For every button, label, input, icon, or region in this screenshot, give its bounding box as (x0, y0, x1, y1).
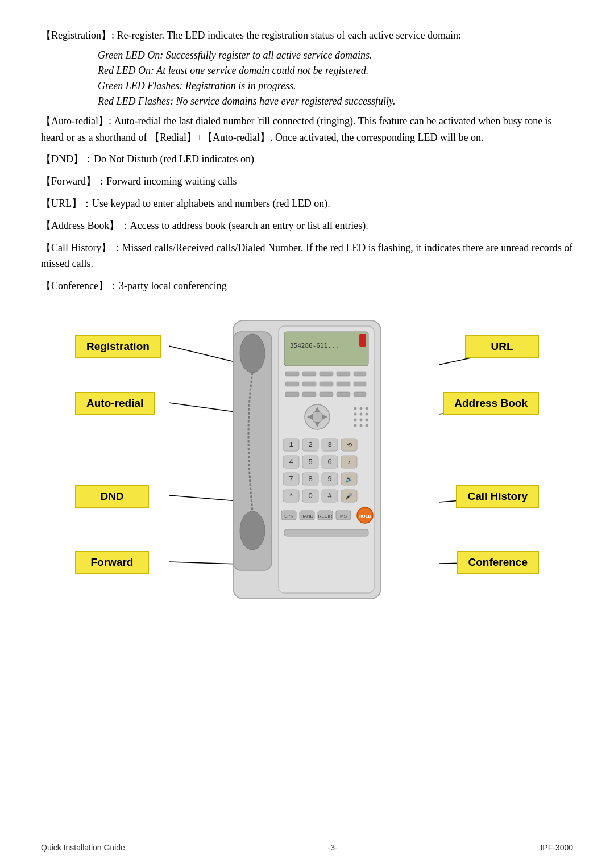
svg-rect-22 (302, 382, 316, 386)
svg-text:REDIR: REDIR (318, 514, 333, 519)
conference-block: 【Conference】：3-party local conferencing (41, 278, 573, 294)
svg-text:8: 8 (308, 474, 312, 483)
svg-text:🎤: 🎤 (345, 492, 353, 500)
red-led-flashes: Red LED Flashes: No service domains have… (98, 95, 573, 107)
registration-block: 【Registration】: Re-register. The LED ind… (41, 27, 573, 44)
svg-point-40 (354, 412, 357, 415)
svg-point-44 (360, 418, 363, 421)
label-autoredial: Auto-redial (75, 392, 155, 415)
page-number: -3- (125, 843, 541, 852)
green-led-on: Green LED On: Successfully register to a… (98, 49, 573, 61)
addressbook-bracket: 【Address Book】 (41, 220, 120, 231)
svg-text:HAND: HAND (301, 514, 314, 519)
svg-text:1: 1 (289, 440, 293, 449)
autoredial-desc: : Auto-redial the last dialed number 'ti… (41, 115, 552, 143)
green-led-flashes: Green LED Flashes: Registration is in pr… (98, 80, 573, 92)
forward-desc: ：Forward incoming waiting calls (96, 176, 237, 187)
url-desc: ：Use keypad to enter alphabets and numbe… (82, 198, 330, 209)
svg-text:0: 0 (308, 491, 312, 500)
forward-bracket: 【Forward】 (41, 176, 96, 187)
footer-right: IPF-3000 (540, 843, 573, 852)
svg-point-46 (354, 424, 357, 427)
svg-point-11 (240, 511, 265, 550)
svg-rect-24 (337, 382, 350, 386)
svg-point-42 (366, 412, 368, 415)
svg-rect-20 (354, 372, 366, 376)
addressbook-block: 【Address Book】：Access to address book (s… (41, 218, 573, 234)
svg-rect-19 (337, 372, 350, 376)
svg-point-39 (366, 407, 368, 410)
phone-illustration: 354286-611... (216, 315, 398, 610)
svg-point-37 (354, 407, 357, 410)
callhistory-bracket: 【Call History】 (41, 242, 112, 253)
footer: Quick Installation Guide -3- IPF-3000 (0, 838, 614, 852)
url-block: 【URL】：Use keypad to enter alphabets and … (41, 195, 573, 212)
svg-text:#: # (327, 491, 332, 500)
svg-text:5: 5 (308, 457, 312, 466)
svg-point-10 (240, 334, 265, 373)
svg-point-47 (360, 424, 363, 427)
svg-rect-15 (359, 334, 366, 347)
conference-desc: ：3-party local conferencing (109, 280, 227, 291)
svg-text:6: 6 (327, 457, 331, 466)
label-forward: Forward (75, 551, 149, 574)
conference-bracket: 【Conference】 (41, 280, 109, 291)
addressbook-desc: ：Access to address book (search an entry… (120, 220, 368, 231)
label-url: URL (465, 335, 539, 358)
svg-rect-23 (320, 382, 333, 386)
dnd-desc: ：Do Not Disturb (red LED indicates on) (84, 153, 254, 165)
svg-rect-26 (285, 392, 299, 397)
svg-text:4: 4 (289, 457, 293, 466)
svg-rect-18 (320, 372, 333, 376)
autoredial-bracket: 【Auto-redial】 (41, 115, 109, 127)
footer-left: Quick Installation Guide (41, 843, 125, 852)
autoredial-block: 【Auto-redial】: Auto-redial the last dial… (41, 113, 573, 146)
dnd-block: 【DND】：Do Not Disturb (red LED indicates … (41, 151, 573, 168)
dnd-bracket: 【DND】 (41, 153, 84, 165)
svg-text:*: * (289, 491, 292, 500)
url-bracket: 【URL】 (41, 198, 82, 209)
svg-text:⟲: ⟲ (347, 441, 352, 448)
label-registration: Registration (75, 335, 161, 358)
callhistory-block: 【Call History】：Missed calls/Received cal… (41, 240, 573, 273)
forward-block: 【Forward】：Forward incoming waiting calls (41, 173, 573, 190)
svg-rect-91 (284, 529, 368, 536)
phone-diagram: 354286-611... (41, 315, 573, 633)
callhistory-desc: ：Missed calls/Received calls/Dialed Numb… (41, 242, 572, 270)
label-callhistory: Call History (456, 485, 539, 508)
svg-point-48 (366, 424, 368, 427)
label-addressbook: Address Book (443, 392, 539, 415)
svg-rect-21 (285, 382, 299, 386)
svg-text:♪: ♪ (347, 458, 351, 465)
label-dnd: DND (75, 485, 149, 508)
svg-rect-16 (285, 372, 299, 376)
svg-rect-27 (302, 392, 316, 397)
svg-text:2: 2 (308, 440, 312, 449)
red-led-on: Red LED On: At least one service domain … (98, 65, 573, 77)
svg-point-43 (354, 418, 357, 421)
svg-text:🔊: 🔊 (345, 475, 353, 483)
svg-text:9: 9 (327, 474, 331, 483)
svg-text:MS: MS (340, 514, 347, 519)
svg-point-32 (312, 411, 323, 423)
label-conference: Conference (457, 551, 539, 574)
svg-point-45 (366, 418, 368, 421)
svg-point-41 (360, 412, 363, 415)
registration-bracket: 【Registration】 (41, 30, 111, 41)
svg-rect-25 (354, 382, 366, 386)
svg-text:354286-611...: 354286-611... (290, 342, 339, 349)
svg-rect-28 (320, 392, 333, 397)
svg-text:SPK: SPK (284, 514, 294, 519)
svg-text:7: 7 (289, 474, 293, 483)
svg-text:HOLD: HOLD (359, 514, 372, 519)
svg-rect-30 (354, 392, 366, 397)
phone-svg: 354286-611... (216, 315, 398, 610)
svg-rect-29 (337, 392, 350, 397)
svg-text:3: 3 (327, 440, 331, 449)
svg-rect-17 (302, 372, 316, 376)
registration-desc: : Re-register. The LED indicates the reg… (111, 30, 461, 41)
svg-point-38 (360, 407, 363, 410)
